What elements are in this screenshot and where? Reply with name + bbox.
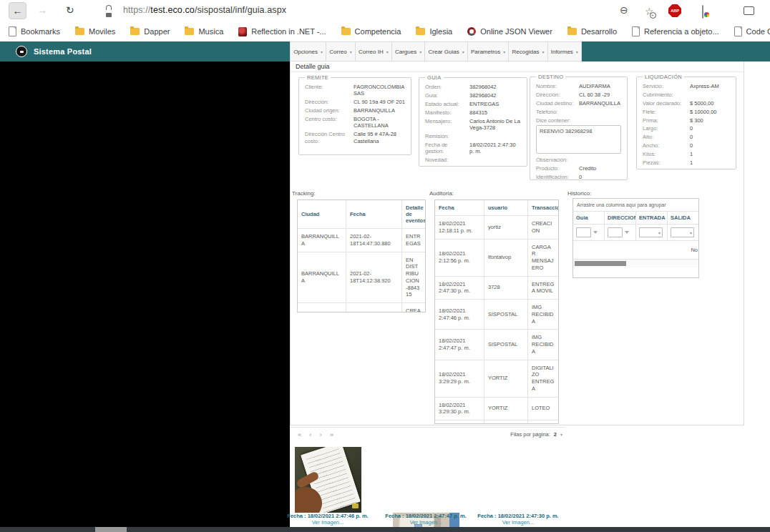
- ver-imagen-link[interactable]: Ver Imagen...: [475, 519, 561, 526]
- menu-item-crear-guias[interactable]: Crear Guias▾: [425, 42, 467, 61]
- ver-imagen-link[interactable]: Ver Imagen...: [383, 519, 469, 526]
- tracking-grid: Ciudad Fecha Detalle de eventos BARRANQU…: [297, 200, 426, 312]
- rows-per-page-label: Filas por página:: [510, 431, 550, 438]
- adblock-extension-icon[interactable]: ABP: [668, 4, 681, 17]
- panel-guia: GUIA Orden:382968042 Guia:382968042 Esta…: [419, 74, 527, 167]
- filter-input-guia[interactable]: [576, 227, 591, 237]
- menu-item-cargues[interactable]: Cargues▾: [392, 42, 426, 61]
- auditoria-label: Auditoria:: [429, 190, 454, 197]
- collections-extension-icon[interactable]: [702, 5, 703, 19]
- screen: ← → ↻ https://test.eco.co/sispostal/inf/…: [0, 0, 770, 532]
- bookmark-item[interactable]: Referencia a objeto...: [632, 26, 719, 36]
- bookmarks-bar: Bookmarks Moviles Dapper Musica Reflecti…: [0, 21, 770, 41]
- menu-item-correo[interactable]: Correo▾: [326, 42, 356, 61]
- menu-item-parametros[interactable]: Parametros▾: [468, 42, 510, 61]
- bookmark-item[interactable]: Moviles: [75, 27, 115, 36]
- scrollbar-thumb[interactable]: [575, 261, 626, 266]
- bookmark-item[interactable]: Code Converter C...: [734, 26, 770, 36]
- panel-guia-legend: GUIA: [425, 74, 444, 81]
- panel-liquidacion-legend: LIQUIDACIÓN: [643, 74, 684, 80]
- chevron-down-icon: ▾: [419, 49, 421, 54]
- attachment-caption: Fecha : 18/02/2021 2:47:46 p. m. Ver Ima…: [285, 513, 371, 526]
- group-drop-zone[interactable]: Arrastre una columna aquí para agrupar: [573, 199, 698, 212]
- main-menu: Opciones▾ Correo▾ Correo IH▾ Cargues▾ Cr…: [290, 41, 582, 61]
- filter-icon[interactable]: [625, 231, 629, 234]
- menu-item-correo-ih[interactable]: Correo IH▾: [356, 42, 392, 61]
- back-icon: ←: [13, 5, 23, 16]
- historico-col-entrada[interactable]: ENTRADA: [636, 212, 668, 225]
- historico-col-guia[interactable]: Guia: [573, 212, 605, 225]
- url-path: /sispostal/inf/guia.aspx: [195, 5, 286, 15]
- url-scheme: https://: [123, 5, 150, 15]
- chevron-down-icon: ▾: [576, 49, 578, 54]
- bookmark-item[interactable]: Competencia: [341, 27, 401, 36]
- filter-input-direccion[interactable]: [608, 227, 623, 237]
- rows-per-page-value[interactable]: 2: [554, 431, 557, 438]
- bookmark-item[interactable]: Bookmarks: [9, 26, 60, 36]
- json-viewer-icon: [467, 27, 476, 36]
- tracking-label: Tracking:: [292, 190, 316, 197]
- bookmark-item[interactable]: Dapper: [130, 27, 170, 36]
- add-favorite-icon[interactable]: ☆: [645, 6, 654, 17]
- table-row: 18/02/2021 3:29:29 p. m.YORTIZDIGITALIZO…: [435, 360, 558, 397]
- auditoria-col-usuario[interactable]: usuario: [484, 200, 528, 216]
- auditoria-col-fecha[interactable]: Fecha: [435, 200, 484, 216]
- menu-item-recogidas[interactable]: Recogidas▾: [509, 42, 547, 61]
- forward-icon[interactable]: →: [37, 4, 47, 16]
- prev-page-icon[interactable]: ‹: [309, 430, 311, 438]
- lock-icon[interactable]: [106, 5, 112, 17]
- chevron-down-icon: ▾: [690, 230, 692, 235]
- bookmark-item[interactable]: Iglesia: [416, 27, 452, 36]
- bookmark-item[interactable]: Online JSON Viewer: [467, 27, 552, 36]
- bookmark-item[interactable]: Musica: [185, 27, 223, 36]
- page-icon: [9, 26, 16, 36]
- filter-select-entrada[interactable]: ▾: [639, 227, 663, 237]
- folder-icon: [341, 28, 351, 35]
- table-row: 18/02/2021 2:47:46 p. m.SISPOSTALIMG REC…: [435, 300, 558, 330]
- dice-contener-box[interactable]: REENVIO 382968298: [536, 125, 621, 154]
- table-row: 18/02/2021 3:29:30 p. m.YORTIZLOTEO: [435, 397, 558, 420]
- refresh-icon[interactable]: ↻: [66, 4, 74, 16]
- tracking-col-ciudad[interactable]: Ciudad: [298, 200, 346, 229]
- panel-destino-legend: DESTINO: [536, 74, 565, 80]
- back-button[interactable]: ←: [9, 2, 26, 19]
- menu-item-opciones[interactable]: Opciones▾: [291, 42, 326, 61]
- page-icon: [632, 26, 640, 36]
- horizontal-scrollbar[interactable]: [573, 259, 698, 267]
- chevron-down-icon: ▾: [658, 230, 661, 235]
- chevron-down-icon: ▾: [560, 432, 562, 437]
- filter-icon[interactable]: [593, 231, 598, 234]
- url-host: test.eco.co: [150, 5, 195, 15]
- chevron-down-icon: ▾: [386, 49, 389, 54]
- auditoria-col-transaccion[interactable]: Transacción: [528, 200, 559, 216]
- page-icon: [734, 26, 742, 36]
- chevron-down-icon: ▾: [321, 49, 323, 54]
- historico-col-direccion[interactable]: DIRECCION: [605, 212, 636, 225]
- page-title: Detalle guia: [296, 63, 330, 70]
- last-page-icon[interactable]: »: [330, 430, 333, 438]
- attachment-caption: Fecha : 18/02/2021 2:47:30 p. m. Ver Ima…: [475, 513, 561, 526]
- highlight: [352, 503, 359, 508]
- bookmark-item[interactable]: Desarrollo: [567, 27, 617, 36]
- panel-liquidacion: LIQUIDACIÓN Servicio:Axpress-AM Cubrimie…: [636, 74, 736, 169]
- zoom-out-icon[interactable]: ⊖: [620, 4, 628, 16]
- table-row: 18/02/2021 2:12:56 p. m.lfontalvopCARGAR…: [435, 239, 558, 276]
- table-row: BARRANQUILLA2021-02-18T12:18:11.527CREAC…: [298, 303, 425, 313]
- ver-imagen-link[interactable]: Ver Imagen...: [285, 519, 371, 526]
- tracking-col-detalle[interactable]: Detalle de eventos: [402, 200, 426, 229]
- menu-item-informes[interactable]: Informes▾: [548, 42, 581, 61]
- bookmark-item[interactable]: Reflection in .NET -...: [238, 27, 326, 36]
- tracking-col-fecha[interactable]: Fecha: [346, 200, 402, 229]
- folder-icon: [416, 28, 425, 35]
- chevron-down-icon: ▾: [462, 49, 464, 54]
- first-page-icon[interactable]: «: [298, 430, 301, 438]
- attachment-photo-receipt[interactable]: [295, 447, 361, 513]
- table-row: BARRANQUILLA2021-02-18T14:47:30.880ENTRE…: [298, 229, 425, 252]
- historico-label: Historico:: [567, 190, 591, 197]
- filter-select-salida[interactable]: ▾: [671, 227, 694, 237]
- next-page-icon[interactable]: ›: [319, 430, 321, 438]
- url-field[interactable]: https://test.eco.co/sispostal/inf/guia.a…: [123, 5, 286, 15]
- web-capture-icon[interactable]: [744, 6, 754, 15]
- historico-grid: Arrastre una columna aquí para agrupar G…: [572, 198, 699, 278]
- historico-col-salida[interactable]: SALIDA: [668, 212, 699, 225]
